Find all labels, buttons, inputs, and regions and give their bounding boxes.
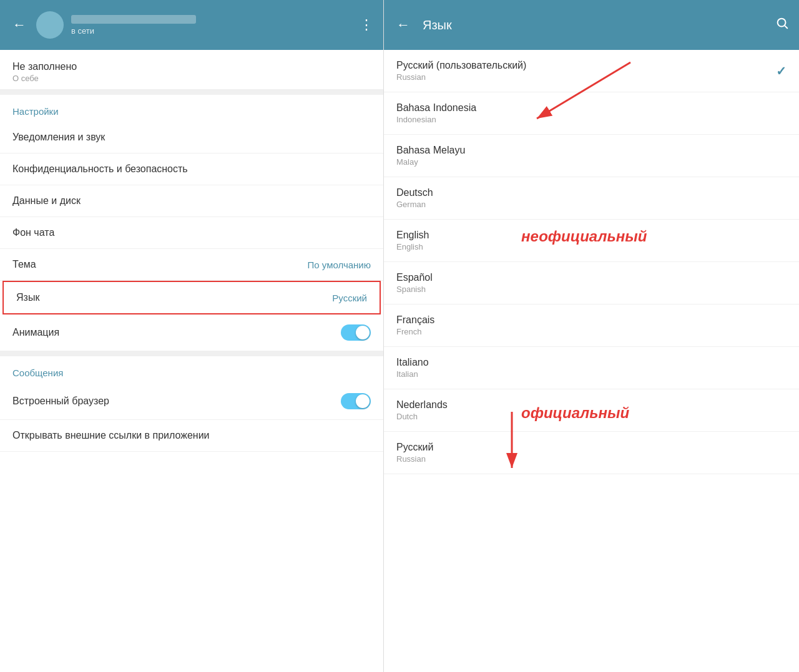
contact-name — [71, 15, 196, 24]
wallpaper-item[interactable]: Фон чата — [0, 217, 383, 249]
contact-status: в сети — [71, 26, 352, 36]
lang-item-texts: English English — [396, 230, 429, 251]
divider2 — [0, 351, 383, 356]
lang-english: German — [396, 200, 433, 209]
browser-label: Встроенный браузер — [12, 396, 109, 407]
list-item[interactable]: Bahasa Indonesia Indonesian — [384, 92, 799, 135]
right-panel: ← Язык Русский (пользовательский) Russia… — [384, 0, 799, 672]
language-list: Русский (пользовательский) Russian ✓ Bah… — [384, 50, 799, 672]
notifications-label: Уведомления и звук — [12, 132, 105, 143]
lang-english: Russian — [396, 454, 433, 464]
browser-toggle[interactable] — [341, 393, 371, 409]
data-item[interactable]: Данные и диск — [0, 185, 383, 217]
external-links-item[interactable]: Открывать внешние ссылки в приложении — [0, 420, 383, 452]
notifications-item[interactable]: Уведомления и звук — [0, 122, 383, 153]
privacy-item[interactable]: Конфиденциальность и безопасность — [0, 153, 383, 185]
theme-value: По умолчанию — [308, 260, 371, 270]
privacy-label: Конфиденциальность и безопасность — [12, 163, 188, 175]
lang-native: Bahasa Indonesia — [396, 102, 476, 114]
profile-field-label: Не заполнено — [12, 61, 371, 72]
list-item[interactable]: Italiano Italian — [384, 347, 799, 389]
data-label: Данные и диск — [12, 195, 81, 207]
lang-item-texts: Français French — [396, 314, 434, 336]
lang-item-texts: Bahasa Melayu Malay — [396, 145, 465, 167]
left-header: ← в сети ⋮ — [0, 0, 383, 50]
lang-native: Nederlands — [396, 399, 448, 411]
lang-item-texts: Nederlands Dutch — [396, 399, 448, 421]
lang-native: Español — [396, 272, 433, 283]
lang-english: French — [396, 327, 434, 336]
lang-item-texts: Italiano Italian — [396, 357, 429, 379]
lang-item-texts: Bahasa Indonesia Indonesian — [396, 102, 476, 124]
list-item[interactable]: Nederlands Dutch — [384, 389, 799, 432]
wallpaper-label: Фон чата — [12, 227, 54, 238]
lang-native: Bahasa Melayu — [396, 145, 465, 156]
lang-native: Русский (пользовательский) — [396, 60, 526, 71]
divider — [0, 90, 383, 95]
lang-item-texts: Русский Russian — [396, 442, 433, 464]
search-button[interactable] — [775, 16, 789, 34]
left-content: Не заполнено О себе Настройки Уведомлени… — [0, 50, 383, 672]
svg-line-1 — [785, 26, 787, 28]
lang-item-texts: Español Spanish — [396, 272, 433, 294]
lang-native: English — [396, 230, 429, 241]
browser-item[interactable]: Встроенный браузер — [0, 383, 383, 420]
animation-toggle[interactable] — [341, 324, 371, 341]
lang-native: Français — [396, 314, 434, 326]
avatar — [36, 11, 64, 39]
lang-english: Spanish — [396, 285, 433, 294]
animation-label: Анимация — [12, 327, 59, 338]
lang-native: Русский — [396, 442, 433, 453]
list-item[interactable]: Русский Russian — [384, 432, 799, 474]
profile-field-sublabel: О себе — [12, 74, 371, 83]
lang-native: Deutsch — [396, 187, 433, 198]
external-links-label: Открывать внешние ссылки в приложении — [12, 430, 210, 441]
lang-english: Dutch — [396, 412, 448, 421]
theme-item[interactable]: Тема По умолчанию — [0, 249, 383, 281]
lang-english: Indonesian — [396, 115, 476, 124]
list-item[interactable]: Français French — [384, 304, 799, 347]
lang-item-texts: Deutsch German — [396, 187, 433, 209]
back-button[interactable]: ← — [10, 14, 29, 36]
animation-item[interactable]: Анимация — [0, 314, 383, 351]
list-item[interactable]: Deutsch German — [384, 177, 799, 220]
lang-english: Russian — [396, 72, 526, 82]
lang-english: Malay — [396, 157, 465, 167]
list-item[interactable]: Русский (пользовательский) Russian ✓ — [384, 50, 799, 92]
language-back-button[interactable]: ← — [394, 14, 413, 36]
list-item[interactable]: Español Spanish — [384, 262, 799, 304]
left-panel: ← в сети ⋮ Не заполнено О себе Настройки… — [0, 0, 384, 672]
language-item[interactable]: Язык Русский — [2, 281, 381, 314]
profile-section: Не заполнено О себе — [0, 50, 383, 90]
more-button[interactable]: ⋮ — [360, 17, 373, 33]
theme-label: Тема — [12, 259, 36, 270]
lang-english: English — [396, 242, 429, 251]
language-label: Язык — [16, 292, 39, 303]
settings-section-header: Настройки — [0, 95, 383, 122]
lang-english: Italian — [396, 369, 429, 379]
selected-checkmark: ✓ — [776, 64, 787, 79]
messages-section-header: Сообщения — [0, 356, 383, 383]
language-value: Русский — [332, 293, 367, 303]
header-info: в сети — [71, 15, 352, 36]
language-panel-title: Язык — [423, 18, 765, 32]
list-item[interactable]: Bahasa Melayu Malay — [384, 135, 799, 177]
lang-item-texts: Русский (пользовательский) Russian — [396, 60, 526, 82]
list-item[interactable]: English English — [384, 220, 799, 262]
lang-native: Italiano — [396, 357, 429, 368]
right-header: ← Язык — [384, 0, 799, 50]
